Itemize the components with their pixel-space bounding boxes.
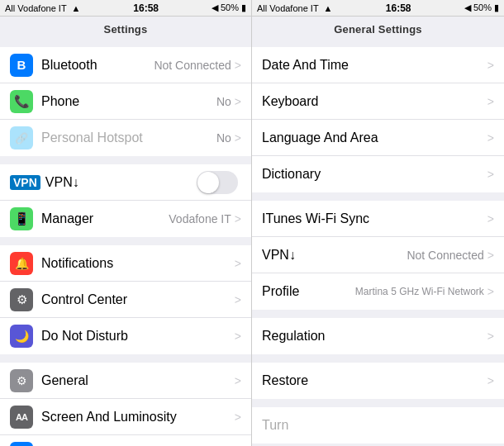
phone-chevron: > [235,95,241,108]
regulation-item[interactable]: Regulation > [252,318,504,354]
datetime-label: Date And Time [262,58,487,73]
bluetooth-icon: B [10,54,33,77]
ituneswifisync-item[interactable]: ITunes Wi-Fi Sync > [252,201,504,237]
background-item[interactable]: ✦ Background > [0,435,251,446]
keyboard-chevron: > [487,95,494,108]
vpn-toggle[interactable] [197,171,238,194]
vpn-item[interactable]: VPN VPN↓ [0,164,251,201]
screenluminosity-label: Screen And Luminosity [41,410,235,425]
phone-label: Phone [41,94,216,109]
controlcenter-chevron: > [235,293,241,306]
dictionary-label: Dictionary [262,167,487,182]
right-vpn-label: VPN↓ [262,248,407,263]
donotdisturb-icon: 🌙 [10,325,33,348]
profile-chevron: > [487,285,494,298]
general-settings-panel: General Settings Date And Time > Keyboar… [252,17,504,446]
gap3 [0,237,251,245]
profile-value: Martina 5 GHz Wi-Fi Network [355,286,484,297]
hotspot-value: No [216,131,231,145]
connectivity-group: B Bluetooth Not Connected > 📞 Phone No >… [0,47,251,156]
donotdisturb-item[interactable]: 🌙 Do Not Disturb > [0,318,251,354]
languagearea-label: Language And Area [262,130,487,145]
r-gap4 [252,354,504,363]
general-chevron: > [235,374,241,387]
manager-icon: 📱 [10,207,33,230]
phone-icon: 📞 [10,90,33,113]
restore-item[interactable]: Restore > [252,363,504,399]
turn-item[interactable]: Turn [252,407,504,444]
notifications-icon: 🔔 [10,252,33,275]
restore-chevron: > [487,374,494,387]
battery-left: ◀ 50% ▮ [212,2,246,13]
manager-chevron: > [235,212,241,225]
controlcenter-item[interactable]: ⚙ Control Center > [0,282,251,318]
vpn-group: VPN VPN↓ 📱 Manager Vodafone IT > [0,164,251,237]
right-vpn-item[interactable]: VPN↓ Not Connected > [252,237,504,273]
itunes-group: ITunes Wi-Fi Sync > VPN↓ Not Connected >… [252,201,504,310]
status-bar-right: All Vodafone IT ▲ 16:58 ◀ 50% ▮ [252,0,504,17]
bluetooth-item[interactable]: B Bluetooth Not Connected > [0,47,251,83]
turn-group: Turn [252,407,504,444]
dictionary-item[interactable]: Dictionary > [252,156,504,192]
manager-value: Vodafone IT [169,212,231,225]
bluetooth-chevron: > [235,59,241,72]
hotspot-icon: 🔗 [10,126,33,149]
general-settings-title: General Settings [252,17,504,39]
gap4 [0,354,251,363]
appearance-group: ⚙ General > AA Screen And Luminosity > ✦… [0,363,251,446]
general-label: General [41,373,235,388]
profile-item[interactable]: Profile Martina 5 GHz Wi-Fi Network > [252,273,504,310]
vpn-label: VPN↓ [45,175,197,190]
bluetooth-value: Not Connected [154,59,231,72]
phone-item[interactable]: 📞 Phone No > [0,83,251,120]
r-gap5 [252,399,504,407]
settings-panel: Settings B Bluetooth Not Connected > 📞 P… [0,17,252,446]
hotspot-chevron: > [235,131,241,145]
datetime-item[interactable]: Date And Time > [252,47,504,83]
carrier-right: All Vodafone IT ▲ [257,3,332,13]
datetime-chevron: > [487,59,494,72]
r-gap3 [252,310,504,318]
controlcenter-icon: ⚙ [10,288,33,311]
background-icon: ✦ [10,442,33,447]
keyboard-label: Keyboard [262,94,487,109]
hotspot-item[interactable]: 🔗 Personal Hotspot No > [0,120,251,156]
status-bar-left: All Vodafone IT ▲ 16:58 ◀ 50% ▮ [0,0,252,17]
restore-label: Restore [262,373,487,388]
time-right: 16:58 [386,2,411,14]
settings-title: Settings [0,17,251,39]
notifications-chevron: > [235,257,241,270]
ituneswifisync-label: ITunes Wi-Fi Sync [262,211,487,226]
bluetooth-label: Bluetooth [41,58,154,73]
gap [0,39,251,47]
donotdisturb-chevron: > [235,330,241,343]
time-left: 16:58 [133,2,159,14]
date-group: Date And Time > Keyboard > Language And … [252,47,504,192]
regulation-group: Regulation > [252,318,504,354]
general-item[interactable]: ⚙ General > [0,363,251,399]
regulation-label: Regulation [262,329,487,344]
dictionary-chevron: > [487,168,494,181]
keyboard-item[interactable]: Keyboard > [252,83,504,120]
gap2 [0,156,251,164]
hotspot-label: Personal Hotspot [41,130,216,145]
carrier-left: All Vodafone IT ▲ [5,3,80,13]
notifications-label: Notifications [41,256,235,271]
ituneswifisync-chevron: > [487,212,494,225]
general-icon: ⚙ [10,369,33,392]
donotdisturb-label: Do Not Disturb [41,329,235,344]
right-vpn-chevron: > [487,249,494,262]
languagearea-item[interactable]: Language And Area > [252,120,504,156]
vpn-badge: VPN [10,175,40,190]
right-vpn-value: Not Connected [407,249,483,262]
r-gap1 [252,39,504,47]
status-bar: All Vodafone IT ▲ 16:58 ◀ 50% ▮ All Voda… [0,0,504,17]
manager-label: Manager [41,211,169,226]
turn-label: Turn [262,418,494,433]
manager-item[interactable]: 📱 Manager Vodafone IT > [0,201,251,237]
screenluminosity-item[interactable]: AA Screen And Luminosity > [0,399,251,435]
profile-label: Profile [262,284,355,299]
notifications-item[interactable]: 🔔 Notifications > [0,245,251,282]
phone-value: No [216,95,231,108]
battery-right: ◀ 50% ▮ [464,2,499,13]
